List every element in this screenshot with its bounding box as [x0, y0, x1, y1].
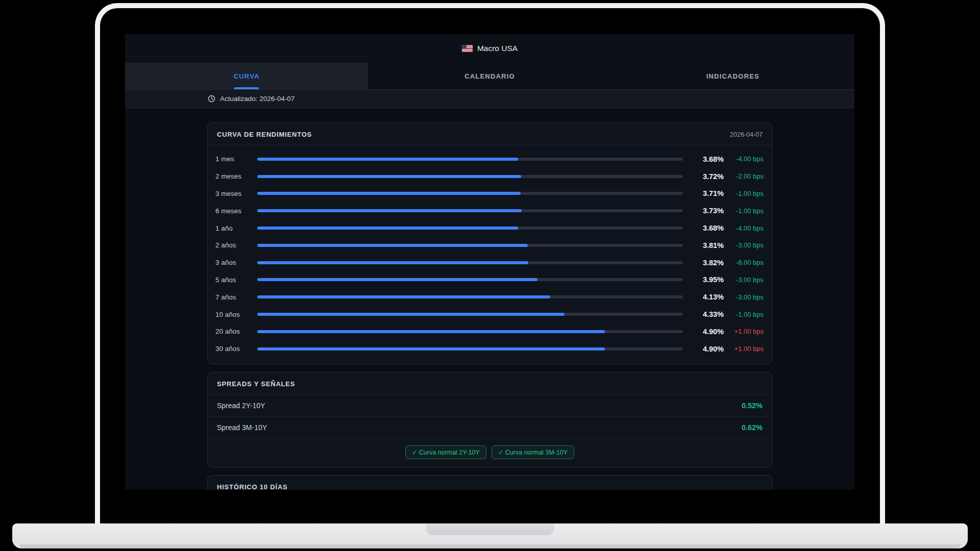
- tenor-label: 6 meses: [215, 207, 257, 215]
- page-title: Macro USA: [477, 44, 518, 53]
- yield-bar-track: [257, 158, 683, 161]
- yield-value: 3.68%: [692, 155, 724, 163]
- tenor-label: 20 años: [215, 328, 257, 335]
- tenor-label: 3 meses: [215, 190, 257, 197]
- yield-value: 3.82%: [692, 259, 724, 267]
- yield-value: 3.71%: [692, 189, 724, 197]
- yield-change: -2.00 bps: [724, 172, 764, 180]
- yield-bar-fill: [257, 261, 528, 264]
- yield-change: +1.00 bps: [724, 345, 764, 353]
- app-window: Macro USA CURVA CALENDARIO INDICADORES: [125, 34, 854, 490]
- yield-bar-track: [257, 209, 683, 212]
- last-updated-bar: Actualizado: 2026-04-07: [125, 89, 854, 108]
- laptop-screen-bezel: Macro USA CURVA CALENDARIO INDICADORES: [95, 3, 885, 523]
- card-header: HISTÓRICO 10 DÍAS: [208, 475, 772, 490]
- yield-bar-track: [257, 175, 683, 178]
- last-updated-text: Actualizado: 2026-04-07: [220, 95, 295, 103]
- card-title: CURVA DE RENDIMIENTOS: [217, 131, 312, 138]
- yield-bar-fill: [257, 347, 605, 350]
- yield-value: 4.33%: [692, 310, 724, 318]
- spread-value: 0.62%: [742, 423, 763, 432]
- tenor-label: 7 años: [215, 293, 257, 301]
- yield-bar-fill: [257, 192, 521, 195]
- yield-bar-track: [257, 192, 683, 195]
- yield-row: 2 años 3.81% -3.00 bps: [215, 237, 764, 254]
- app-header: Macro USA: [125, 34, 854, 63]
- yield-bar-track: [257, 261, 683, 264]
- yield-value: 3.95%: [692, 276, 724, 284]
- yield-row: 6 meses 3.73% -1.00 bps: [215, 202, 764, 219]
- yield-bar-fill: [257, 330, 605, 333]
- card-title: HISTÓRICO 10 DÍAS: [217, 483, 288, 490]
- yield-bar-fill: [257, 313, 565, 316]
- tenor-label: 2 meses: [215, 172, 257, 180]
- yield-bar-fill: [257, 158, 518, 161]
- yield-value: 4.90%: [692, 345, 724, 353]
- tenor-label: 3 años: [215, 259, 257, 266]
- card-header: CURVA DE RENDIMIENTOS 2026-04-07: [208, 123, 772, 145]
- us-flag-icon: [462, 45, 473, 52]
- tenor-label: 1 año: [215, 224, 257, 232]
- tenor-label: 2 años: [215, 241, 257, 249]
- tenor-label: 1 mes: [215, 155, 257, 163]
- tab-curva[interactable]: CURVA: [125, 63, 368, 89]
- yield-bar-track: [257, 347, 683, 350]
- yield-value: 3.68%: [692, 224, 724, 232]
- yield-value: 3.73%: [692, 207, 724, 215]
- yield-change: -3.00 bps: [724, 293, 764, 301]
- yield-row: 3 meses 3.71% -1.00 bps: [215, 185, 764, 203]
- yield-bar-fill: [257, 227, 518, 230]
- yield-bar-track: [257, 227, 683, 230]
- yield-value: 3.72%: [692, 172, 724, 181]
- signal-badge: ✓ Curva normal 2Y-10Y: [405, 445, 486, 459]
- spread-rows: Spread 2Y-10Y 0.52% Spread 3M-10Y 0.62%: [208, 395, 772, 439]
- laptop-base-edge: [19, 544, 961, 548]
- yield-value: 4.13%: [692, 293, 724, 301]
- yield-change: -1.00 bps: [724, 311, 764, 318]
- main-scroll-area[interactable]: CURVA DE RENDIMIENTOS 2026-04-07 1 mes 3…: [125, 108, 854, 490]
- yield-row: 1 mes 3.68% -4.00 bps: [215, 151, 764, 168]
- yield-change: -6.00 bps: [724, 259, 764, 266]
- yield-value: 3.81%: [692, 241, 724, 249]
- yield-rows: 1 mes 3.68% -4.00 bps 2 meses 3.72% -2.0…: [208, 145, 772, 364]
- yield-bar-fill: [257, 278, 537, 281]
- yield-bar-track: [257, 295, 683, 298]
- history-card: HISTÓRICO 10 DÍAS: [207, 475, 772, 490]
- yield-bar-fill: [257, 175, 521, 178]
- spreads-card: SPREADS Y SEÑALES Spread 2Y-10Y 0.52% Sp…: [207, 372, 772, 467]
- yield-curve-card: CURVA DE RENDIMIENTOS 2026-04-07 1 mes 3…: [207, 122, 772, 364]
- yield-row: 30 años 4.90% +1.00 bps: [215, 340, 764, 358]
- signal-badges: ✓ Curva normal 2Y-10Y✓ Curva normal 3M-1…: [208, 439, 772, 467]
- signal-badge: ✓ Curva normal 3M-10Y: [492, 445, 574, 459]
- laptop-base: [12, 523, 968, 548]
- yield-bar-track: [257, 278, 683, 281]
- yield-row: 7 años 4.13% -3.00 bps: [215, 288, 764, 306]
- tab-label: CURVA: [234, 72, 260, 80]
- clock-icon: [208, 95, 215, 103]
- laptop-base-notch: [426, 523, 554, 535]
- tab-indicadores[interactable]: INDICADORES: [611, 63, 854, 89]
- yield-row: 5 años 3.95% -3.00 bps: [215, 271, 764, 289]
- yield-row: 20 años 4.90% +1.00 bps: [215, 323, 764, 340]
- card-title: SPREADS Y SEÑALES: [217, 380, 295, 388]
- tab-label: CALENDARIO: [464, 72, 515, 80]
- yield-bar-fill: [257, 244, 528, 247]
- yield-change: -3.00 bps: [724, 276, 764, 284]
- spread-label: Spread 2Y-10Y: [217, 402, 265, 410]
- tab-label: INDICADORES: [706, 72, 760, 80]
- yield-bar-fill: [257, 295, 550, 298]
- yield-row: 3 años 3.82% -6.00 bps: [215, 254, 764, 271]
- tenor-label: 5 años: [215, 276, 257, 284]
- spread-row: Spread 2Y-10Y 0.52%: [208, 395, 772, 417]
- spread-label: Spread 3M-10Y: [217, 423, 267, 432]
- active-tab-indicator: [234, 87, 259, 89]
- yield-row: 1 año 3.68% -4.00 bps: [215, 219, 764, 237]
- tab-calendario[interactable]: CALENDARIO: [368, 63, 611, 89]
- yield-value: 4.90%: [692, 328, 724, 336]
- yield-change: -4.00 bps: [724, 155, 764, 163]
- yield-row: 10 años 4.33% -1.00 bps: [215, 306, 764, 323]
- spread-row: Spread 3M-10Y 0.62%: [208, 417, 772, 439]
- yield-bar-track: [257, 244, 683, 247]
- yield-bar-track: [257, 313, 683, 316]
- yield-change: -3.00 bps: [724, 241, 764, 249]
